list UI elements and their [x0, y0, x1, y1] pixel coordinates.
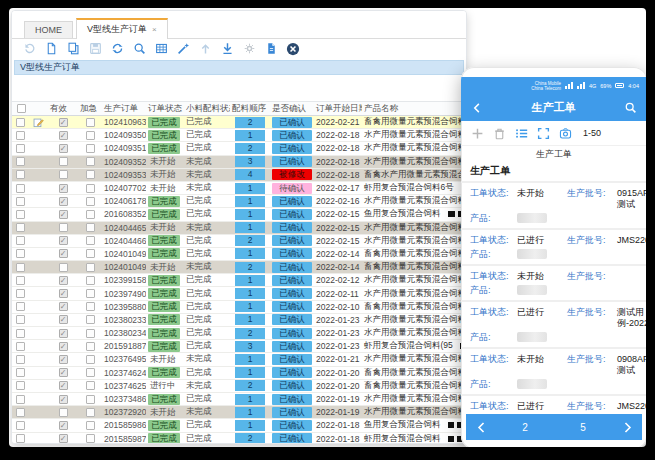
table-row[interactable]: 102404465 未开始 未完成 1 已确认 2022-02-15 水产用微量… [12, 222, 466, 235]
add-icon[interactable] [471, 127, 484, 140]
table-row[interactable]: 102409353 未开始 未完成 4 被修改 2022-02-18 畜禽水产用… [12, 169, 466, 182]
valid-checkbox[interactable] [59, 421, 68, 430]
table-row[interactable]: 102380234 已完成 已完成 2 已确认 2022-01-23 水产用微量… [12, 327, 466, 340]
valid-checkbox[interactable] [59, 263, 68, 272]
valid-checkbox[interactable] [59, 408, 68, 417]
row-checkbox[interactable] [16, 263, 25, 272]
table-row[interactable]: 201608352 已完成 已完成 1 已确认 2022-02-15 鱼用复合预… [12, 208, 466, 221]
urgent-checkbox[interactable] [86, 408, 95, 417]
valid-checkbox[interactable] [59, 131, 68, 140]
table-row[interactable]: 102374625 进行中 未完成 2 已确认 2022-01-20 畜禽用微量… [12, 380, 466, 393]
undo-icon[interactable] [22, 42, 36, 56]
urgent-checkbox[interactable] [86, 197, 95, 206]
new-document-icon[interactable] [44, 42, 58, 56]
settings-gear-icon[interactable] [242, 42, 256, 56]
table-row[interactable]: 102395880 已完成 已完成 1 已确认 2022-02-10 畜禽用微量… [12, 301, 466, 314]
row-checkbox[interactable] [16, 368, 25, 377]
urgent-checkbox[interactable] [86, 329, 95, 338]
table-row[interactable]: 102410963 已完成 已完成 2 已确认 2022-02-21 畜禽用微量… [12, 116, 466, 129]
table-view-icon[interactable] [154, 42, 168, 56]
urgent-checkbox[interactable] [86, 210, 95, 219]
valid-checkbox[interactable] [59, 289, 68, 298]
row-checkbox[interactable] [16, 421, 25, 430]
arrow-down-icon[interactable] [220, 42, 234, 56]
row-checkbox[interactable] [16, 236, 25, 245]
urgent-checkbox[interactable] [86, 184, 95, 193]
tab-home[interactable]: HOME [24, 21, 73, 38]
row-checkbox[interactable] [16, 184, 25, 193]
table-row[interactable]: 102376495 未开始 未完成 1 已确认 2022-01-21 水产用微量… [12, 353, 466, 366]
table-row[interactable]: 102380233 已完成 已完成 1 已确认 2022-01-23 水产用微量… [12, 314, 466, 327]
table-row[interactable]: 102372920 未开始 未完成 1 已确认 2022-01-19 水产用微量… [12, 406, 466, 419]
urgent-checkbox[interactable] [86, 144, 95, 153]
valid-checkbox[interactable] [59, 329, 68, 338]
urgent-checkbox[interactable] [86, 289, 95, 298]
list-view-icon[interactable] [515, 127, 528, 140]
table-row[interactable]: 102409350 已完成 已完成 1 已确认 2022-02-18 水产用微量… [12, 129, 466, 142]
table-row[interactable]: 102407702 未开始 未完成 1 待确认 2022-02-17 虾用复合预… [12, 182, 466, 195]
header-order[interactable]: 生产订单 [102, 103, 146, 115]
select-all-checkbox[interactable] [17, 104, 26, 113]
valid-checkbox[interactable] [59, 249, 68, 258]
next-page-chevron-icon[interactable] [612, 414, 642, 440]
table-row[interactable]: 102399158 已完成 已完成 1 已确认 2022-02-12 水产用微量… [12, 274, 466, 287]
row-checkbox[interactable] [16, 170, 25, 179]
valid-checkbox[interactable] [59, 315, 68, 324]
urgent-checkbox[interactable] [86, 368, 95, 377]
valid-checkbox[interactable] [59, 157, 68, 166]
copy-icon[interactable] [66, 42, 80, 56]
urgent-checkbox[interactable] [86, 276, 95, 285]
row-checkbox[interactable] [16, 276, 25, 285]
arrow-up-icon[interactable] [198, 42, 212, 56]
row-checkbox[interactable] [16, 329, 25, 338]
urgent-checkbox[interactable] [86, 395, 95, 404]
save-icon[interactable] [88, 42, 102, 56]
export-document-icon[interactable] [264, 42, 278, 56]
valid-checkbox[interactable] [59, 236, 68, 245]
urgent-checkbox[interactable] [86, 236, 95, 245]
scan-frame-icon[interactable] [537, 127, 550, 140]
phone-search-icon[interactable] [624, 101, 637, 114]
row-checkbox[interactable] [16, 434, 25, 443]
urgent-checkbox[interactable] [86, 263, 95, 272]
valid-checkbox[interactable] [59, 302, 68, 311]
prev-page-chevron-icon[interactable] [466, 414, 496, 440]
table-row[interactable]: 201585986 已完成 已完成 1 已确认 2022-01-18 鱼用复合预… [12, 419, 466, 432]
row-checkbox[interactable] [16, 197, 25, 206]
row-checkbox[interactable] [16, 157, 25, 166]
row-checkbox[interactable] [16, 395, 25, 404]
valid-checkbox[interactable] [59, 368, 68, 377]
valid-checkbox[interactable] [59, 197, 68, 206]
urgent-checkbox[interactable] [86, 342, 95, 351]
header-product-name[interactable]: 产品名称 [362, 103, 466, 115]
header-status[interactable]: 订单状态 [146, 103, 184, 115]
table-row[interactable]: 102373486 已完成 已完成 1 已确认 2022-01-19 水产用微量… [12, 393, 466, 406]
header-valid[interactable]: 有效 [48, 103, 78, 115]
urgent-checkbox[interactable] [86, 381, 95, 390]
table-row[interactable]: 102409352 未开始 未完成 3 已确认 2022-02-18 水产用微量… [12, 156, 466, 169]
valid-checkbox[interactable] [59, 210, 68, 219]
work-order-item[interactable]: 工单状态: 已进行 生产批号: JMS220902 产品: [461, 228, 646, 264]
urgent-checkbox[interactable] [86, 315, 95, 324]
tab-production-orders[interactable]: V型线生产订单 × [76, 18, 168, 39]
refresh-icon[interactable] [110, 42, 124, 56]
urgent-checkbox[interactable] [86, 157, 95, 166]
work-order-item[interactable]: 工单状态: 未开始 生产批号: 产品: [461, 264, 646, 300]
urgent-checkbox[interactable] [86, 170, 95, 179]
urgent-checkbox[interactable] [86, 118, 95, 127]
urgent-checkbox[interactable] [86, 223, 95, 232]
table-row[interactable]: 102401049 未开始 未完成 2 已确认 2022-02-14 畜禽用微量… [12, 261, 466, 274]
urgent-checkbox[interactable] [86, 421, 95, 430]
tab-close-icon[interactable]: × [152, 25, 157, 34]
search-icon[interactable] [132, 42, 146, 56]
work-order-item[interactable]: 工单状态: 已进行 生产批号: 测试用例-20220908 产品: [461, 300, 646, 347]
valid-checkbox[interactable] [59, 434, 68, 443]
table-row[interactable]: 102404466 已完成 已完成 2 已确认 2022-02-15 水产用微量… [12, 235, 466, 248]
header-material-status[interactable]: 小料配料状态 [184, 103, 230, 115]
row-checkbox[interactable] [16, 144, 25, 153]
row-checkbox[interactable] [16, 223, 25, 232]
valid-checkbox[interactable] [59, 381, 68, 390]
valid-checkbox[interactable] [59, 276, 68, 285]
trash-icon[interactable] [493, 127, 506, 140]
magic-wand-icon[interactable] [176, 42, 190, 56]
